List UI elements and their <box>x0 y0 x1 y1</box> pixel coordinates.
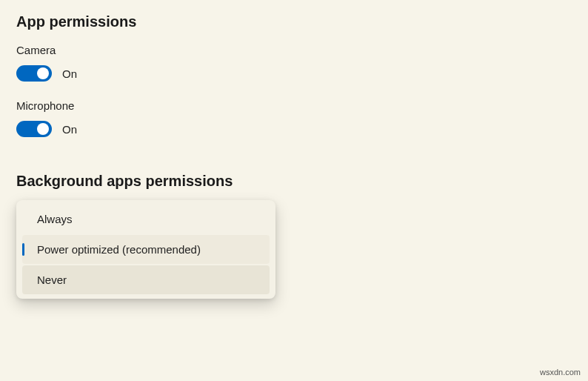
background-apps-dropdown: Always Power optimized (recommended) Nev… <box>16 200 275 299</box>
permission-microphone: Microphone On <box>16 99 572 137</box>
background-apps-title: Background apps permissions <box>16 173 572 190</box>
dropdown-option-never[interactable]: Never <box>22 265 270 294</box>
camera-toggle-row: On <box>16 65 572 82</box>
camera-toggle-state: On <box>62 67 77 80</box>
microphone-toggle[interactable] <box>16 121 52 137</box>
dropdown-option-label: Always <box>37 213 73 225</box>
microphone-toggle-row: On <box>16 121 572 137</box>
camera-label: Camera <box>16 44 572 56</box>
microphone-label: Microphone <box>16 99 572 112</box>
dropdown-option-always[interactable]: Always <box>22 205 270 233</box>
watermark-text: wsxdn.com <box>540 368 581 377</box>
dropdown-option-label: Power optimized (recommended) <box>37 243 201 256</box>
dropdown-option-power-optimized[interactable]: Power optimized (recommended) <box>22 235 270 264</box>
dropdown-option-label: Never <box>37 274 67 286</box>
camera-toggle[interactable] <box>16 65 52 82</box>
app-permissions-title: App permissions <box>16 13 572 30</box>
microphone-toggle-state: On <box>62 123 77 136</box>
permission-camera: Camera On <box>16 44 572 82</box>
